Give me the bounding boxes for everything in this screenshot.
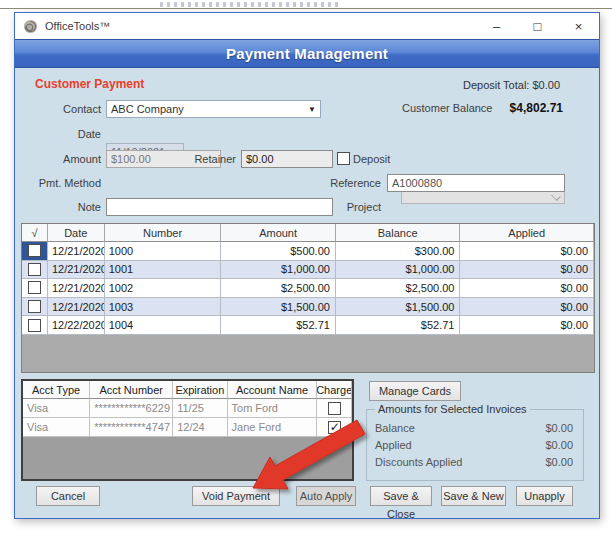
invoice-check-cell[interactable] xyxy=(22,261,48,280)
cards-header-cell: Account Name xyxy=(228,381,318,399)
invoices-header-cell: Balance xyxy=(336,224,461,242)
amounts-title: Amounts for Selected Invoices xyxy=(375,403,530,415)
card-cell: Visa xyxy=(23,399,90,418)
invoice-cell: 1003 xyxy=(105,298,222,317)
table-row[interactable]: 12/21/20201003$1,500.00$1,500.00$0.00 xyxy=(22,298,594,317)
invoice-row-checkbox[interactable] xyxy=(28,319,41,332)
invoice-cell: 12/22/2020 xyxy=(48,316,105,335)
save-close-button[interactable]: Save & Close xyxy=(370,486,432,506)
card-cell: Jane Ford xyxy=(228,418,318,437)
invoice-cell: $0.00 xyxy=(460,261,594,280)
invoice-row-checkbox[interactable] xyxy=(28,263,41,276)
invoice-check-cell[interactable] xyxy=(22,316,48,335)
contact-label: Contact xyxy=(21,100,101,118)
card-cell: Visa xyxy=(23,418,90,437)
card-charge-cell[interactable] xyxy=(317,418,352,437)
save-new-button[interactable]: Save & New xyxy=(441,486,506,506)
invoice-cell: $2,500.00 xyxy=(221,279,336,298)
invoice-cell: $1,000.00 xyxy=(221,261,336,280)
reference-label: Reference xyxy=(285,174,381,192)
invoice-row-checkbox[interactable] xyxy=(28,244,41,257)
invoice-check-cell[interactable] xyxy=(22,298,48,317)
invoices-header-cell: √ xyxy=(22,224,48,242)
invoice-cell: $52.71 xyxy=(221,316,336,335)
deposit-total: Deposit Total: $0.00 xyxy=(368,79,560,91)
deposit-checkbox[interactable] xyxy=(337,152,350,165)
card-row[interactable]: Visa************474712/24Jane Ford xyxy=(23,418,352,437)
minimize-button[interactable]: – xyxy=(476,13,517,39)
reference-input[interactable] xyxy=(387,174,565,192)
background-window-ghost-text xyxy=(160,2,340,7)
discounts-applied-value: $0.00 xyxy=(545,456,573,468)
page-title: Payment Management xyxy=(226,45,388,62)
card-charge-cell[interactable] xyxy=(317,399,352,418)
invoice-cell: 1001 xyxy=(105,261,222,280)
charge-checkbox[interactable] xyxy=(328,421,341,434)
cards-table: Acct TypeAcct NumberExpirationAccount Na… xyxy=(21,379,354,481)
cards-header-cell: Charge xyxy=(317,381,352,399)
invoice-cell: $0.00 xyxy=(460,242,594,261)
contact-dropdown-arrow-icon[interactable]: ▼ xyxy=(308,101,316,117)
balance-label: Balance xyxy=(375,422,415,434)
note-label: Note xyxy=(21,198,101,216)
pmt-method-label: Pmt. Method xyxy=(21,174,101,192)
manage-cards-button[interactable]: Manage Cards xyxy=(369,381,461,401)
discounts-applied-label: Discounts Applied xyxy=(375,456,462,468)
table-row[interactable]: 12/21/20201001$1,000.00$1,000.00$0.00 xyxy=(22,261,594,280)
invoice-cell: $1,500.00 xyxy=(336,298,461,317)
invoice-cell: 12/21/2020 xyxy=(48,298,105,317)
table-row[interactable]: 12/22/20201004$52.71$52.71$0.00 xyxy=(22,316,594,335)
invoice-cell: 1002 xyxy=(105,279,222,298)
card-row[interactable]: Visa************622911/25Tom Ford xyxy=(23,399,352,418)
void-payment-button[interactable]: Void Payment xyxy=(192,486,280,506)
retainer-input[interactable] xyxy=(241,150,333,168)
invoices-header-cell: Number xyxy=(105,224,222,242)
table-row[interactable]: 12/21/20201000$500.00$300.00$0.00 xyxy=(22,242,594,261)
section-title: Customer Payment xyxy=(35,77,144,91)
maximize-button[interactable]: □ xyxy=(517,13,558,39)
invoice-cell: $2,500.00 xyxy=(336,279,461,298)
payment-management-window: OfficeTools™ – □ × Payment Management Cu… xyxy=(14,12,600,519)
deposit-label: Deposit xyxy=(353,150,395,168)
invoice-cell: $0.00 xyxy=(460,298,594,317)
close-button[interactable]: × xyxy=(558,13,599,39)
cards-header-cell: Acct Type xyxy=(23,381,90,399)
retainer-field-wrap xyxy=(241,150,333,168)
invoice-cell: $52.71 xyxy=(336,316,461,335)
background-window-strip xyxy=(0,0,612,12)
contact-dropdown[interactable]: ABC Company ▼ xyxy=(106,100,321,118)
unapply-button[interactable]: Unapply xyxy=(516,486,573,506)
invoice-cell: 1004 xyxy=(105,316,222,335)
invoices-table: √DateNumberAmountBalanceApplied12/21/202… xyxy=(21,223,595,373)
officetools-logo-icon xyxy=(23,19,38,34)
banner: Payment Management xyxy=(15,39,599,68)
invoice-check-cell[interactable] xyxy=(22,242,48,261)
card-cell: ************4747 xyxy=(90,418,173,437)
invoices-header-cell: Amount xyxy=(221,224,336,242)
invoice-cell: $0.00 xyxy=(460,316,594,335)
invoice-cell: $1,000.00 xyxy=(336,261,461,280)
charge-checkbox[interactable] xyxy=(328,402,341,415)
invoices-header-row: √DateNumberAmountBalanceApplied xyxy=(22,224,594,242)
invoice-cell: 12/21/2020 xyxy=(48,261,105,280)
invoice-cell: $300.00 xyxy=(336,242,461,261)
background-window-edge xyxy=(0,8,612,9)
cards-header-cell: Acct Number xyxy=(90,381,173,399)
card-cell: 11/25 xyxy=(173,399,227,418)
contact-value: ABC Company xyxy=(111,103,184,115)
invoice-cell: 12/21/2020 xyxy=(48,242,105,261)
date-label: Date xyxy=(21,125,101,143)
table-row[interactable]: 12/21/20201002$2,500.00$2,500.00$0.00 xyxy=(22,279,594,298)
invoice-check-cell[interactable] xyxy=(22,279,48,298)
customer-balance-value: $4,802.71 xyxy=(435,101,563,115)
cancel-button[interactable]: Cancel xyxy=(36,486,100,506)
cards-header-row: Acct TypeAcct NumberExpirationAccount Na… xyxy=(23,381,352,399)
invoices-header-cell: Applied xyxy=(460,224,594,242)
invoice-row-checkbox[interactable] xyxy=(28,281,41,294)
auto-apply-button[interactable]: Auto Apply xyxy=(296,486,356,506)
invoice-row-checkbox[interactable] xyxy=(28,300,41,313)
invoice-cell: $1,500.00 xyxy=(221,298,336,317)
amounts-groupbox: Amounts for Selected Invoices Balance$0.… xyxy=(366,403,584,481)
applied-value: $0.00 xyxy=(545,439,573,451)
card-cell: 12/24 xyxy=(173,418,227,437)
